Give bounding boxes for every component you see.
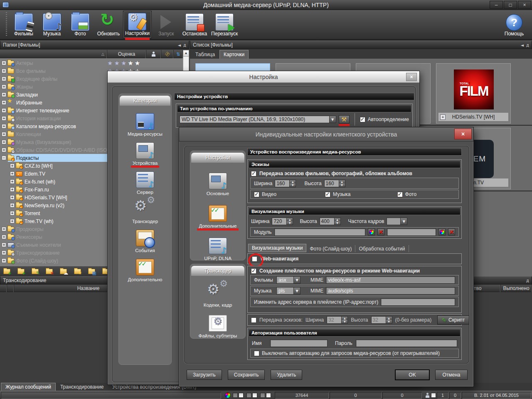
tree-expander[interactable]: + — [2, 235, 6, 239]
device-dialog-close-button[interactable]: × — [454, 129, 472, 139]
tree-expander[interactable]: + — [2, 61, 6, 65]
tree-expander[interactable]: + — [2, 227, 6, 231]
tree-expander[interactable]: + — [2, 77, 6, 81]
photo-checkbox[interactable] — [397, 192, 403, 197]
tree-expander[interactable]: + — [2, 100, 6, 105]
module-field-2[interactable] — [387, 228, 436, 236]
spinner-arrows[interactable]: ▲▼ — [342, 316, 348, 324]
device-type-combobox[interactable]: WD TV Live HD Media Player (DLNA, 16:9, … — [180, 116, 336, 123]
tree-expander[interactable]: + — [2, 243, 6, 247]
nav-item[interactable]: UPnP, DLNA — [190, 230, 245, 263]
movies-mime-field[interactable]: video/x-ms-asf — [326, 276, 455, 284]
cancel-button[interactable]: Отмена — [435, 370, 468, 380]
folder-action-icon[interactable]: + — [17, 269, 25, 274]
spinner-arrows[interactable]: ▲▼ — [287, 218, 293, 225]
nav-item[interactable]: Кодеки, кадр — [190, 278, 245, 309]
device-tools-button[interactable]: ⚒ — [339, 115, 350, 124]
bottom-tab[interactable]: Транскодирование — [56, 383, 108, 391]
tree-expander[interactable]: + — [10, 179, 15, 184]
webnav-checkbox[interactable] — [252, 256, 257, 262]
folder-action-icon[interactable]: ☀ — [74, 269, 81, 274]
module-clear-button-2[interactable]: ✕ — [448, 228, 455, 235]
viz-height-spinner[interactable]: 400 ▲▼ — [320, 218, 341, 225]
tree-expander[interactable]: + — [10, 164, 15, 168]
chevron-down-icon[interactable]: ▼ — [401, 218, 407, 225]
module-field[interactable] — [274, 228, 365, 236]
view-tab[interactable]: Карточки — [219, 50, 249, 59]
media-card-hdserials[interactable]: TOTAL FILM + HDSerials.TV [WH] — [436, 63, 511, 124]
tree-expander[interactable]: + — [10, 195, 15, 200]
tree-expander[interactable]: + — [2, 250, 6, 255]
chevron-down-icon[interactable]: ▼ — [330, 116, 336, 123]
chevron-down-icon[interactable]: ▼ — [294, 287, 300, 295]
color-wheel-icon[interactable] — [225, 392, 231, 398]
save-button[interactable]: Сохранить — [228, 370, 265, 380]
tree-expander[interactable]: + — [10, 211, 15, 216]
playlist-thumbs-checkbox[interactable] — [251, 317, 256, 323]
folder-action-icon[interactable]: + — [3, 269, 10, 274]
movies-format-combobox[interactable]: asx ▼ — [276, 276, 300, 284]
toolbar-button[interactable]: Фильмы — [10, 11, 37, 38]
tree-expander[interactable]: + — [2, 148, 6, 152]
toolbar-button[interactable]: Фото — [66, 11, 94, 38]
tree-expander[interactable]: + — [10, 203, 15, 208]
viz-width-spinner[interactable]: 720 ▲▼ — [272, 218, 293, 225]
scroll-up-icon[interactable]: ▲ — [183, 50, 189, 57]
auth-name-field[interactable] — [270, 340, 328, 347]
pin-icon[interactable]: д — [526, 278, 529, 283]
tree-expander[interactable]: + — [2, 140, 6, 144]
card-expand-button[interactable]: + — [440, 114, 446, 120]
settings-dialog-titlebar[interactable]: Настройка × — [108, 71, 419, 83]
tree-expander[interactable]: + — [2, 69, 6, 73]
tree-expander[interactable]: + — [2, 124, 6, 129]
category-item[interactable]: Сервер — [119, 166, 171, 196]
tree-expander[interactable]: + — [2, 116, 6, 121]
folder-action-icon[interactable]: ▦ — [88, 269, 95, 274]
delete-button[interactable]: Удалить — [271, 370, 302, 380]
thumb-height-spinner[interactable]: 160 ▲▼ — [324, 180, 345, 187]
tree-item[interactable]: + Актеры ★★★★★ — [0, 59, 183, 67]
settings-dialog-close-button[interactable]: × — [406, 73, 417, 81]
toolbar-button[interactable]: Перезапуск — [209, 11, 239, 38]
device-dialog-titlebar[interactable]: Индивидуальные настройки клиентского уст… — [179, 127, 473, 141]
collapse-icon[interactable]: ◄ — [177, 43, 181, 47]
autodetect-checkbox[interactable] — [360, 117, 365, 122]
category-item[interactable]: Устройства — [119, 137, 171, 166]
spinner-arrows[interactable]: ▲▼ — [290, 180, 296, 187]
category-item[interactable]: Дополнительно — [119, 254, 171, 283]
sort-tree-column[interactable]: ⇅ — [174, 50, 183, 58]
maximize-button[interactable]: □ — [504, 1, 517, 9]
tree-expander[interactable]: + — [2, 258, 6, 263]
create-playlists-checkbox[interactable] — [251, 268, 256, 274]
disable-auth-checkbox[interactable] — [254, 351, 259, 356]
folder-action-icon[interactable]: ☁ — [60, 269, 67, 274]
category-item[interactable]: События — [119, 225, 171, 254]
ok-button[interactable]: OK — [395, 370, 429, 380]
pin-icon[interactable]: д — [526, 43, 529, 47]
pt-width-spinner[interactable]: 32 ▲▼ — [327, 316, 348, 324]
tree-expander[interactable]: + — [2, 108, 6, 113]
users-column[interactable] — [146, 50, 161, 58]
fps-combobox[interactable]: ▼ — [387, 218, 407, 225]
category-item[interactable]: Медиа-ресурсы — [119, 108, 171, 137]
transcode-col-done[interactable]: Выполнено — [501, 285, 532, 292]
toolbar-button[interactable]: Музыка — [38, 11, 66, 38]
folder-action-icon[interactable]: × — [46, 269, 53, 274]
music-checkbox[interactable] — [325, 192, 330, 197]
nav-item[interactable]: Дополнительные — [190, 198, 245, 230]
rating-stars[interactable]: ★★★★★ — [107, 59, 141, 67]
view-tab[interactable]: Таблица — [192, 50, 219, 59]
help-button[interactable]: ? Помощь — [500, 11, 529, 38]
module-color-button-2[interactable] — [438, 228, 446, 235]
toolbar-button[interactable]: Обновить — [95, 11, 122, 38]
tree-expander[interactable]: + — [10, 187, 15, 192]
device-tab[interactable]: Визуализация музыки — [248, 244, 306, 252]
load-button[interactable]: Загрузить — [187, 370, 222, 380]
tree-expander[interactable]: + — [2, 132, 6, 136]
minimize-button[interactable]: – — [490, 1, 503, 9]
music-mime-field[interactable]: audio/scpls — [326, 287, 455, 295]
tree-expander[interactable]: − — [2, 156, 6, 160]
key-column[interactable]: ⚿ — [161, 50, 174, 58]
script-button[interactable]: ✎ Скрипт — [437, 315, 469, 325]
spinner-arrows[interactable]: ▲▼ — [386, 316, 392, 324]
